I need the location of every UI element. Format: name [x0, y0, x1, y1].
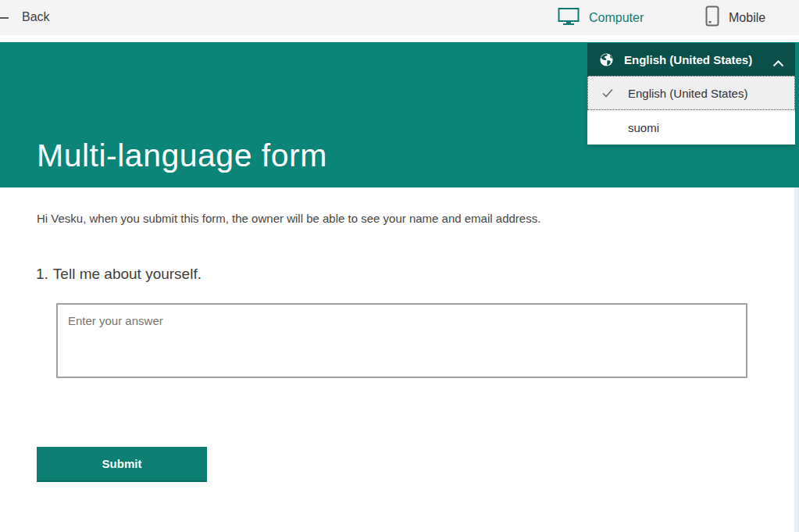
question-text: Tell me about yourself.: [53, 266, 202, 283]
language-option-suomi[interactable]: suomi: [587, 110, 795, 145]
computer-icon: [558, 7, 580, 29]
language-option-label: suomi: [628, 121, 659, 134]
computer-label: Computer: [589, 11, 644, 25]
respondent-greeting: Hi Vesku, when you submit this form, the…: [37, 212, 740, 225]
answer-textarea[interactable]: [56, 303, 747, 378]
globe-icon: [600, 53, 613, 66]
selected-language-label: English (United States): [624, 53, 766, 66]
back-label: Back: [22, 10, 50, 24]
chevron-up-icon: [772, 56, 784, 63]
submit-button[interactable]: Submit: [37, 447, 207, 482]
mobile-label: Mobile: [729, 11, 765, 25]
form-title: Multi-language form: [37, 137, 327, 174]
scrollbar-track[interactable]: [794, 187, 799, 532]
forms-preview-page: Back Computer Mobile Multi-l: [0, 0, 799, 532]
language-dropdown: English (United States) English (United …: [587, 43, 795, 145]
computer-preview-toggle[interactable]: Computer: [558, 0, 644, 35]
mobile-icon: [705, 5, 719, 30]
language-menu: English (United States) suomi: [587, 76, 795, 145]
language-option-label: English (United States): [628, 87, 747, 100]
question-title: 1. Tell me about yourself.: [36, 266, 202, 283]
language-option-english[interactable]: English (United States): [587, 76, 795, 110]
question-number: 1.: [36, 266, 48, 283]
check-icon: [601, 87, 614, 99]
mobile-preview-toggle[interactable]: Mobile: [705, 0, 765, 35]
back-arrow-icon: [0, 17, 9, 19]
preview-top-bar: Back Computer Mobile: [0, 0, 799, 35]
language-dropdown-header[interactable]: English (United States): [587, 43, 795, 76]
